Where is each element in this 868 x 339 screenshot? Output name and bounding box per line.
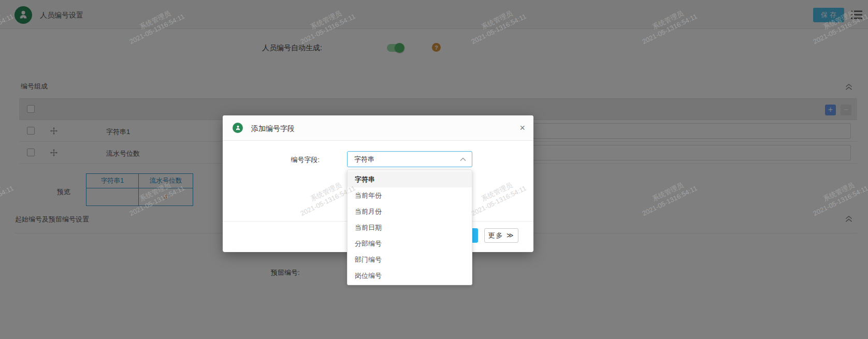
dropdown-item[interactable]: 当前年份: [348, 187, 472, 203]
select-value: 字符串: [354, 155, 374, 163]
person-glyph: [235, 125, 241, 131]
dropdown-item[interactable]: 当前日期: [348, 219, 472, 235]
more-button[interactable]: 更多 ≫: [484, 228, 518, 243]
dropdown-item[interactable]: 当前月份: [348, 203, 472, 219]
modal-title: 添加编号字段: [251, 124, 295, 134]
dropdown-item[interactable]: 分部编号: [348, 235, 472, 252]
chevron-up-icon: [460, 157, 466, 161]
person-avatar-icon: [233, 123, 243, 133]
close-icon[interactable]: ×: [519, 122, 525, 134]
dropdown-item[interactable]: 部门编号: [348, 252, 472, 268]
dropdown-item[interactable]: 字符串: [348, 171, 472, 187]
number-field-select[interactable]: 字符串: [347, 151, 472, 167]
personnel-number-settings-page: 人员编号设置 保存 人员编号自动生成: ? 编号组成 + − 字符串1: [0, 0, 868, 339]
dropdown-item[interactable]: 岗位编号: [348, 268, 472, 284]
number-field-dropdown: 字符串 当前年份 当前月份 当前日期 分部编号 部门编号 岗位编号: [347, 170, 472, 285]
modal-header: 添加编号字段 ×: [223, 115, 533, 141]
field-label: 编号字段:: [264, 155, 320, 165]
